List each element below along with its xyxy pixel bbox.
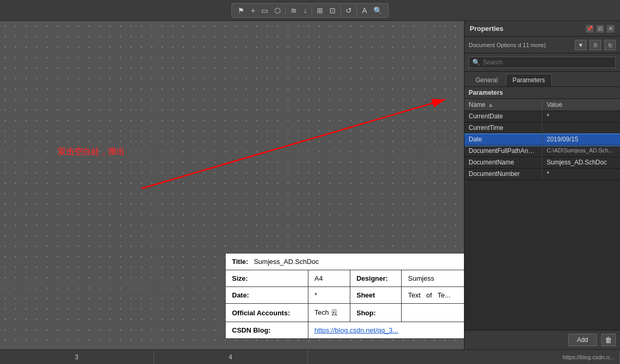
params-table-header: Name ▲ Value [464, 99, 620, 111]
separator-1 [285, 6, 286, 15]
filter-icon[interactable]: ⚑ [236, 5, 246, 16]
param-name-docnumber: DocumentNumber [464, 169, 542, 180]
blog-value: https://blog.csdn.net/qq_3... [308, 322, 464, 339]
copy-button[interactable]: ⎘ [590, 40, 601, 50]
status-right: 4 [154, 350, 308, 364]
panel-tabs: General Parameters [464, 72, 620, 87]
grid-icon[interactable]: ⊞ [315, 5, 325, 16]
panel-header: Properties 📌 ⊡ ✕ [464, 21, 620, 37]
param-name-date: Date [464, 134, 542, 145]
main-toolbar: ⚑ + ▭ ⬡ ≋ ↓ ⊞ ⊡ ↺ A 🔍 [0, 0, 620, 21]
options-bar: Document Options d 11 more) ▼ ⎘ ⎗ [464, 37, 620, 53]
options-text: Document Options d 11 more) [469, 42, 572, 48]
table-row: Title: Sumjess_AD.SchDoc [226, 253, 464, 270]
designer-value: Sumjess [402, 270, 464, 287]
blog-label: CSDN Blog: [226, 322, 308, 339]
add-button[interactable]: Add [568, 334, 597, 346]
delete-button[interactable]: 🗑 [601, 334, 616, 346]
tab-general[interactable]: General [469, 74, 505, 86]
param-row-docfullpath[interactable]: DocumentFullPathAndNa C:\AD\Sumjess_AD.S… [464, 146, 620, 157]
close-panel-button[interactable]: ✕ [606, 25, 615, 33]
param-row-docnumber[interactable]: DocumentNumber * [464, 169, 620, 180]
search-input[interactable] [483, 59, 612, 66]
toolbar-inner: ⚑ + ▭ ⬡ ≋ ↓ ⊞ ⊡ ↺ A 🔍 [231, 3, 389, 18]
float-button[interactable]: ⊡ [596, 25, 604, 33]
param-value-currentdate: * [542, 111, 620, 122]
section-header: Parameters [464, 87, 620, 99]
add-icon[interactable]: + [249, 5, 257, 16]
param-value-docname: Sumjess_AD.SchDoc [542, 157, 620, 168]
date-value: * [308, 287, 350, 304]
panel-controls: 📌 ⊡ ✕ [585, 25, 615, 33]
annotation-text: 双击空白处，弹出 [58, 147, 125, 158]
col-name-header: Name ▲ [464, 99, 542, 111]
col-value-header: Value [542, 99, 620, 111]
shop-label: Shop: [350, 304, 402, 322]
status-url: https://blog.csdn.n... [308, 350, 621, 364]
main-area: 双击空白处，弹出 Title: Sumjess_AD.SchDoc Si [0, 21, 620, 349]
properties-panel: Properties 📌 ⊡ ✕ Document Options d 11 m… [464, 21, 620, 349]
param-name-currentdate: CurrentDate [464, 111, 542, 122]
accounts-label: Official Accounts: [226, 304, 308, 322]
sort-icon: ▲ [488, 101, 494, 108]
param-row-currentdate[interactable]: CurrentDate * [464, 111, 620, 123]
sheet-value: Text of Te... [402, 287, 464, 304]
rotate-icon[interactable]: ↺ [344, 5, 353, 16]
pin-button[interactable]: 📌 [585, 25, 594, 33]
doc-table-container: Title: Sumjess_AD.SchDoc Size: A4 Design… [225, 253, 464, 339]
param-row-currenttime[interactable]: CurrentTime [464, 123, 620, 134]
filter-button[interactable]: ▼ [575, 40, 586, 50]
param-name-docname: DocumentName [464, 157, 542, 168]
param-row-docname[interactable]: DocumentName Sumjess_AD.SchDoc [464, 157, 620, 169]
separator-2 [312, 6, 312, 15]
size-label: Size: [226, 270, 308, 287]
blog-link[interactable]: https://blog.csdn.net/qq_3... [315, 326, 398, 334]
separator-3 [340, 6, 341, 15]
designer-label: Designer: [350, 270, 402, 287]
table-row: Date: * Sheet Text of Te... [226, 287, 464, 304]
status-bar: 3 4 https://blog.csdn.n... [0, 349, 620, 364]
search-input-wrap: 🔍 [469, 57, 616, 68]
panel-title: Properties [470, 25, 503, 32]
circuit-icon[interactable]: ⊡ [328, 5, 337, 16]
separator-4 [357, 6, 357, 15]
search-tool-icon[interactable]: 🔍 [372, 5, 384, 16]
arrow-icon[interactable]: ↓ [302, 5, 308, 16]
search-bar: 🔍 [464, 53, 620, 72]
status-left: 3 [0, 350, 154, 364]
param-value-currenttime [542, 123, 620, 134]
canvas-area[interactable]: 双击空白处，弹出 Title: Sumjess_AD.SchDoc Si [0, 21, 464, 349]
sheet-label: Sheet [350, 287, 402, 304]
table-row: Official Accounts: Tech 云 Shop: [226, 304, 464, 322]
search-icon: 🔍 [472, 59, 480, 66]
param-name-docfullpath: DocumentFullPathAndNa [464, 146, 542, 157]
table-row: CSDN Blog: https://blog.csdn.net/qq_3... [226, 322, 464, 339]
paste-button[interactable]: ⎗ [604, 40, 616, 50]
date-label: Date: [226, 287, 308, 304]
text-icon[interactable]: A [360, 5, 368, 16]
param-value-docnumber: * [542, 169, 620, 180]
panel-footer: Add 🗑 [464, 330, 620, 349]
document-table: Title: Sumjess_AD.SchDoc Size: A4 Design… [225, 253, 464, 339]
param-row-date[interactable]: Date 2019/09/15 [464, 134, 620, 146]
param-value-docfullpath: C:\AD\Sumjess_AD.Sch... [542, 146, 620, 157]
shop-value [402, 304, 464, 322]
param-name-currenttime: CurrentTime [464, 123, 542, 134]
size-value: A4 [308, 270, 350, 287]
wave-icon[interactable]: ≋ [289, 5, 298, 16]
table-row: Size: A4 Designer: Sumjess [226, 270, 464, 287]
accounts-value: Tech 云 [308, 304, 350, 322]
params-scroll-area[interactable]: CurrentDate * CurrentTime Date 2019/09/1… [464, 111, 620, 330]
tab-parameters[interactable]: Parameters [506, 74, 552, 86]
title-cell: Title: Sumjess_AD.SchDoc [226, 253, 464, 270]
rect-icon[interactable]: ▭ [260, 5, 270, 16]
shape-icon[interactable]: ⬡ [273, 5, 282, 16]
param-value-date: 2019/09/15 [542, 134, 620, 145]
